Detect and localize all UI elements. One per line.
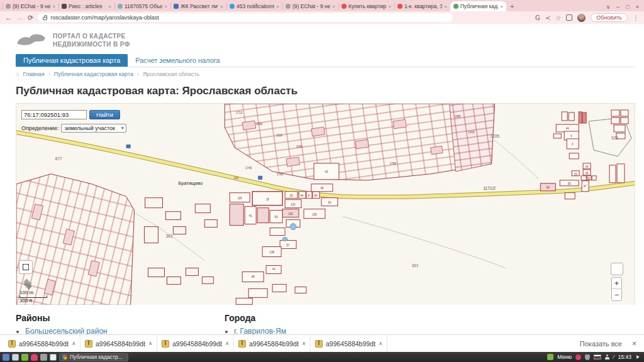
building-icon [174,4,179,9]
object-type-select[interactable]: земельный участок ▾ [61,124,126,133]
display-icon[interactable] [12,354,19,361]
find-button[interactable]: Найти [89,110,120,119]
close-icon[interactable]: × [108,4,111,9]
svg-text:1745: 1745 [245,167,252,170]
notes-icon[interactable] [547,354,553,360]
expand-icon [23,264,29,270]
flame-icon[interactable] [31,354,38,361]
tab-flat-38[interactable]: 1-к. квартира, 38,8 м × [394,1,450,11]
close-icon[interactable]: × [164,4,167,9]
tab-notifications[interactable]: 453 notifications × [226,1,282,11]
tab-search-icon[interactable]: ∨ [606,4,611,10]
new-tab-button[interactable]: + [510,3,514,10]
download-item[interactable]: a99645884b99db6....zip ∧ [311,335,387,352]
site-logo-text: ПОРТАЛ О КАДАСТРЕ НЕДВИЖИМОСТИ В РФ [53,32,130,48]
cadastral-search-input[interactable] [21,110,87,119]
media-player-icon[interactable] [50,354,57,361]
download-item[interactable]: a99645884b99db6....zip ∧ [234,335,311,352]
close-downloads-icon[interactable]: × [632,339,636,348]
browser-tab-strip: (9) EChat - 9 непрочи × Риес : articles … [0,0,644,11]
alert-tray-icon[interactable] [575,354,581,360]
reload-button[interactable]: ⟳ [28,14,33,22]
chat-icon [6,4,11,9]
tab-articles[interactable]: Риес : articles × [58,1,114,11]
google-icon[interactable]: G [535,14,540,21]
close-icon[interactable]: × [52,4,55,9]
tab-land-tax[interactable]: Расчет земельного налога [128,54,227,67]
download-item[interactable]: a99645884b99db6....zip ∧ [157,335,234,352]
share-icon[interactable]: ≺ [545,14,550,21]
maximize-button[interactable]: □ [626,4,629,10]
taskbar-window-button[interactable]: Публичная кадастр... [59,353,128,361]
svg-text:55: 55 [568,182,571,185]
tab-public-map[interactable]: Публичная кадастровая карта [16,54,128,67]
tab-echat-1[interactable]: (9) EChat - 9 непрочи × [3,1,58,11]
chevron-up-icon[interactable]: ∧ [302,341,306,346]
tab-zhk[interactable]: ЖК Рассвет литер 6 × [170,1,226,11]
keyboard-layout-flag-icon[interactable] [594,354,601,359]
map-icon [453,4,458,9]
minimize-button[interactable]: – [616,4,619,10]
forward-button[interactable]: → [16,14,23,21]
chevron-up-icon[interactable]: ∧ [148,341,152,346]
zoom-in-button[interactable]: + [612,278,621,289]
shield-icon[interactable] [585,354,590,360]
chevron-up-icon[interactable]: ∧ [72,341,75,346]
layers-icon[interactable] [23,279,34,288]
close-icon[interactable]: × [276,4,279,9]
menu-label[interactable]: Меню [557,354,572,360]
svg-text:138: 138 [269,251,274,254]
download-item[interactable]: a99645884b99db6....zip ∧ [4,335,80,352]
close-icon[interactable]: × [500,4,503,9]
close-icon[interactable]: × [444,4,447,9]
map-filter-row: Определение: земельный участок ▾ [21,124,126,133]
browser-menu-icon[interactable]: ⋮ [633,14,639,21]
window-close-button[interactable]: × [636,4,639,10]
file-manager-icon[interactable] [21,354,28,361]
user-tray-icon[interactable] [605,354,609,359]
back-button[interactable]: ← [5,14,12,21]
tab-echat-2[interactable]: (9) EChat - 9 непрочи × [282,1,338,11]
districts-title: Районы [16,313,225,323]
pencil-icon[interactable]: ∕ [613,354,614,360]
chevron-up-icon[interactable]: ∧ [225,341,229,346]
address-bar[interactable]: roscadaster.com/map/yaroslavskaya-oblast [38,13,453,22]
camera-icon[interactable] [40,354,47,361]
tab-cadastre-active[interactable]: Публичная кадастр × [450,1,506,11]
district-link[interactable]: Большесельский район [25,327,108,334]
close-icon[interactable]: × [332,4,335,9]
svg-text:19: 19 [586,172,589,175]
fullscreen-button[interactable] [611,263,623,275]
telegram-icon [230,4,235,9]
crumb-map[interactable]: Публичная кадастровая карта [54,71,133,77]
crumb-home[interactable]: Главная [23,71,44,77]
update-chrome-button[interactable]: Обновить [591,13,628,22]
close-icon[interactable]: × [220,4,223,9]
show-all-downloads-link[interactable]: Показать все [580,340,622,348]
profile-avatar[interactable] [577,14,586,22]
chrome-icon [62,354,67,359]
zoom-out-button[interactable]: − [612,289,621,300]
expand-map-button[interactable] [19,260,33,274]
tab-title: (9) EChat - 9 непрочи [292,3,330,9]
districts-section: Районы Большесельский район Борисоглебск… [16,313,225,334]
close-icon[interactable]: × [388,4,391,9]
svg-text:926: 926 [611,136,618,140]
svg-text:18: 18 [266,198,269,201]
download-item[interactable]: a99645884b99db6....zip ∧ [80,335,157,352]
home-icon[interactable]: ⌂ [16,71,19,77]
svg-text:383: 383 [166,234,173,238]
cadastral-map[interactable]: 1713 2099 2110 2053 1384 1415 1708 1745 … [16,104,635,305]
speaker-icon[interactable] [636,355,641,359]
city-link[interactable]: г. Гаврилов-Ям [234,327,286,334]
tab-buy-flat[interactable]: Купить квартиру на × [338,1,394,11]
svg-text:2053: 2053 [296,145,303,148]
app-launcher-icon[interactable] [3,354,9,361]
bookmark-star-icon[interactable]: ☆ [555,14,561,21]
tab-object[interactable]: 11870575 Объект × [114,1,170,11]
page-content: ПОРТАЛ О КАДАСТРЕ НЕДВИЖИМОСТИ В РФ Публ… [0,24,644,334]
extension-icon[interactable] [566,14,572,21]
svg-text:50: 50 [547,186,550,189]
chevron-up-icon[interactable]: ∧ [379,341,382,346]
downloads-bar: a99645884b99db6....zip ∧ a99645884b99db6… [0,334,644,352]
